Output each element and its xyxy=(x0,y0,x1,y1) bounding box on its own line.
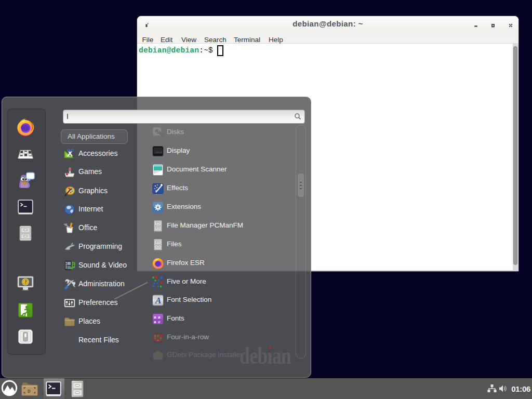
svg-text:D: D xyxy=(28,389,31,394)
svg-text:a: a xyxy=(158,319,161,324)
svg-text:A: A xyxy=(155,296,161,305)
svg-text:a: a xyxy=(154,319,156,324)
